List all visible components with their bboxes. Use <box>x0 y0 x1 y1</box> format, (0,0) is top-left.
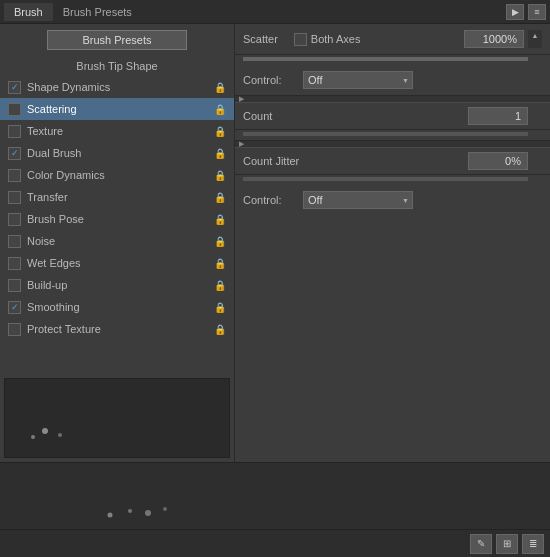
protect-texture-checkbox[interactable] <box>8 323 21 336</box>
brush-tool-btn[interactable]: ✎ <box>470 534 492 554</box>
sidebar-item-shape-dynamics[interactable]: Shape Dynamics 🔒 <box>0 76 234 98</box>
divider-arrow2-icon[interactable]: ▶ <box>235 140 247 148</box>
divider-arrow-icon[interactable]: ▶ <box>235 95 247 103</box>
grid-view-icon: ⊞ <box>503 538 511 549</box>
jitter-control-select-wrapper: Off Fade Pen Pressure Pen Tilt Stylus Wh… <box>303 191 413 209</box>
sidebar-item-smoothing[interactable]: Smoothing 🔒 <box>0 296 234 318</box>
dual-brush-lock-icon: 🔒 <box>214 146 226 160</box>
wet-edges-lock-icon: 🔒 <box>214 256 226 270</box>
sidebar-item-scattering[interactable]: Scattering 🔒 <box>0 98 234 120</box>
forward-btn[interactable]: ▶ <box>506 4 524 20</box>
svg-point-2 <box>58 433 62 437</box>
right-panel-empty <box>235 215 550 462</box>
scatter-value-input[interactable] <box>464 30 524 48</box>
scattering-checkbox[interactable] <box>8 103 21 116</box>
build-up-checkbox[interactable] <box>8 279 21 292</box>
brush-pose-label: Brush Pose <box>27 213 214 225</box>
tab-brush-presets[interactable]: Brush Presets <box>53 3 142 21</box>
svg-point-1 <box>42 428 48 434</box>
scattering-lock-icon: 🔒 <box>214 102 226 116</box>
svg-point-4 <box>128 509 132 513</box>
brush-presets-button[interactable]: Brush Presets <box>47 30 187 50</box>
transfer-checkbox[interactable] <box>8 191 21 204</box>
texture-label: Texture <box>27 125 214 137</box>
scatter-control-row: Control: Off Fade Pen Pressure Pen Tilt … <box>235 65 550 95</box>
wet-edges-label: Wet Edges <box>27 257 214 269</box>
count-jitter-row: Count Jitter <box>235 148 550 175</box>
sidebar-item-protect-texture[interactable]: Protect Texture 🔒 <box>0 318 234 340</box>
brush-preview-sidebar <box>4 378 230 458</box>
brush-preview-main: ✎ ⊞ ≣ <box>0 462 550 557</box>
scatter-control-select[interactable]: Off Fade Pen Pressure Pen Tilt Stylus Wh… <box>303 71 413 89</box>
menu-btn[interactable]: ≡ <box>528 4 546 20</box>
dual-brush-label: Dual Brush <box>27 147 214 159</box>
scatter-scroll-arrow[interactable]: ▲ <box>532 32 539 39</box>
texture-checkbox[interactable] <box>8 125 21 138</box>
sidebar-items: Shape Dynamics 🔒 Scattering 🔒 Texture 🔒 … <box>0 76 234 374</box>
shape-dynamics-label: Shape Dynamics <box>27 81 214 93</box>
sidebar-item-wet-edges[interactable]: Wet Edges 🔒 <box>0 252 234 274</box>
sidebar-item-noise[interactable]: Noise 🔒 <box>0 230 234 252</box>
tab-brush[interactable]: Brush <box>4 3 53 21</box>
list-view-btn[interactable]: ≣ <box>522 534 544 554</box>
count-jitter-slider-row <box>235 175 550 185</box>
transfer-label: Transfer <box>27 191 214 203</box>
count-jitter-input[interactable] <box>468 152 528 170</box>
noise-lock-icon: 🔒 <box>214 234 226 248</box>
list-view-icon: ≣ <box>529 538 537 549</box>
count-slider[interactable] <box>243 132 528 136</box>
smoothing-label: Smoothing <box>27 301 214 313</box>
color-dynamics-lock-icon: 🔒 <box>214 168 226 182</box>
count-label: Count <box>243 110 468 122</box>
noise-label: Noise <box>27 235 214 247</box>
wet-edges-checkbox[interactable] <box>8 257 21 270</box>
sidebar-item-brush-pose[interactable]: Brush Pose 🔒 <box>0 208 234 230</box>
sidebar-item-texture[interactable]: Texture 🔒 <box>0 120 234 142</box>
sidebar-item-dual-brush[interactable]: Dual Brush 🔒 <box>0 142 234 164</box>
both-axes-label: Both Axes <box>311 33 361 45</box>
count-input[interactable] <box>468 107 528 125</box>
scatter-slider[interactable] <box>243 57 528 61</box>
scattering-label: Scattering <box>27 103 214 115</box>
preview-canvas <box>0 463 550 533</box>
svg-point-5 <box>145 510 151 516</box>
sidebar-item-transfer[interactable]: Transfer 🔒 <box>0 186 234 208</box>
transfer-lock-icon: 🔒 <box>214 190 226 204</box>
count-slider-row <box>235 130 550 140</box>
sidebar-item-color-dynamics[interactable]: Color Dynamics 🔒 <box>0 164 234 186</box>
svg-point-3 <box>108 513 113 518</box>
scatter-label: Scatter <box>243 33 278 45</box>
grid-view-btn[interactable]: ⊞ <box>496 534 518 554</box>
brush-pose-lock-icon: 🔒 <box>214 212 226 226</box>
build-up-label: Build-up <box>27 279 214 291</box>
noise-checkbox[interactable] <box>8 235 21 248</box>
color-dynamics-checkbox[interactable] <box>8 169 21 182</box>
sidebar-item-build-up[interactable]: Build-up 🔒 <box>0 274 234 296</box>
shape-dynamics-checkbox[interactable] <box>8 81 21 94</box>
scatter-count-divider: ▶ <box>235 95 550 103</box>
count-jitter-divider: ▶ <box>235 140 550 148</box>
sidebar-header: Brush Presets <box>0 24 234 56</box>
count-jitter-label: Count Jitter <box>243 155 468 167</box>
brush-pose-checkbox[interactable] <box>8 213 21 226</box>
jitter-control-row: Control: Off Fade Pen Pressure Pen Tilt … <box>235 185 550 215</box>
sidebar: Brush Presets Brush Tip Shape Shape Dyna… <box>0 24 235 462</box>
brush-tip-shape-title: Brush Tip Shape <box>0 56 234 76</box>
count-jitter-slider[interactable] <box>243 177 528 181</box>
right-panel: Scatter Both Axes ▲ Control: <box>235 24 550 462</box>
build-up-lock-icon: 🔒 <box>214 278 226 292</box>
protect-texture-lock-icon: 🔒 <box>214 322 226 336</box>
scatter-header: Scatter Both Axes ▲ <box>235 24 550 55</box>
color-dynamics-label: Color Dynamics <box>27 169 214 181</box>
scatter-slider-row <box>235 55 550 65</box>
shape-dynamics-lock-icon: 🔒 <box>214 80 226 94</box>
preview-dots <box>25 417 85 449</box>
dual-brush-checkbox[interactable] <box>8 147 21 160</box>
smoothing-checkbox[interactable] <box>8 301 21 314</box>
brush-tool-icon: ✎ <box>477 538 485 549</box>
svg-point-6 <box>163 507 167 511</box>
jitter-control-select[interactable]: Off Fade Pen Pressure Pen Tilt Stylus Wh… <box>303 191 413 209</box>
count-row: Count <box>235 103 550 130</box>
jitter-control-label: Control: <box>243 194 303 206</box>
both-axes-checkbox[interactable] <box>294 33 307 46</box>
